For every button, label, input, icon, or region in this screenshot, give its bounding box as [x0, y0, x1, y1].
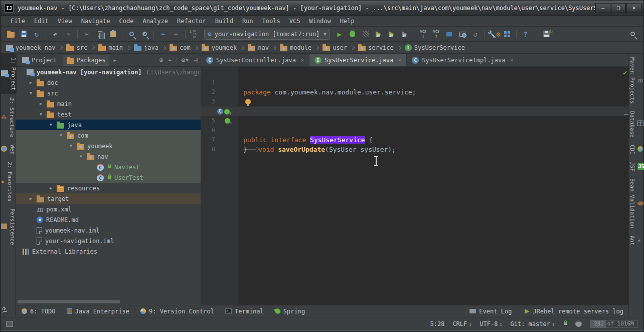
settings-icon[interactable]: 🔧⚙ — [488, 28, 501, 40]
menu-file[interactable]: File — [6, 17, 30, 26]
menu-navigate[interactable]: Navigate — [77, 17, 115, 26]
menu-run[interactable]: Run — [238, 17, 258, 26]
collapsed-arrow-icon[interactable] — [30, 196, 37, 201]
tree-row-your-navigation-iml[interactable]: your-navigation.iml — [16, 236, 201, 246]
implementations-icon[interactable]: C — [217, 108, 223, 115]
expanded-arrow-icon[interactable] — [70, 144, 77, 148]
tree-row-readme[interactable]: README.md — [16, 214, 201, 225]
tree-row-usertest[interactable]: C UserTest — [16, 172, 201, 183]
redo-icon[interactable]: ↷ — [62, 28, 75, 40]
tree-row-java[interactable]: java — [16, 120, 201, 130]
line-separator-select[interactable]: CRLF — [452, 320, 471, 327]
menu-build[interactable]: Build — [211, 17, 238, 26]
gear-icon[interactable]: ⚙▾ — [182, 56, 190, 64]
implemented-marker-icon[interactable] — [224, 109, 230, 115]
search-everywhere-icon[interactable] — [626, 28, 639, 40]
intention-bulb-icon[interactable] — [245, 99, 251, 104]
menu-refactor[interactable]: Refactor — [173, 17, 211, 26]
tool-button-cdi[interactable]: CDI — [629, 141, 643, 158]
tab-packages-view[interactable]: Packages — [63, 55, 110, 66]
coverage-icon[interactable] — [359, 28, 372, 40]
tool-button-version-control[interactable]: 9: Version Control — [140, 308, 214, 315]
undo-icon[interactable]: ↶ — [49, 28, 62, 40]
run-configuration-select[interactable]: ⚙ your-navigation [tomcat7:run] ▼ — [204, 29, 330, 40]
tree-row-resources[interactable]: resources — [16, 183, 201, 193]
copy-icon[interactable] — [93, 28, 106, 40]
minimize-button[interactable]: — — [595, 3, 610, 13]
tab-sysuserserviceimpl[interactable]: C SysUserServiceImpl.java ✕ — [407, 54, 519, 66]
breadcrumb-main[interactable]: main — [97, 44, 124, 51]
menu-view[interactable]: View — [53, 17, 77, 26]
tool-button-java-enterprise[interactable]: Java Enterprise — [67, 308, 129, 315]
breadcrumb-service[interactable]: service — [357, 44, 395, 51]
tool-button-favorites[interactable]: 2: Favorites ★ — [1, 158, 13, 205]
menu-help[interactable]: Help — [336, 17, 359, 26]
tree-row-youmeek-iml[interactable]: youmeek-nav.iml — [16, 225, 201, 236]
tool-button-project[interactable]: 1: Project — [1, 54, 17, 94]
menu-window[interactable]: Window — [304, 17, 335, 26]
breadcrumb-java[interactable]: java — [133, 44, 159, 51]
inspections-ok-icon[interactable]: ✔ — [623, 69, 627, 76]
jrebel-run-icon[interactable] — [372, 28, 385, 40]
git-branch-select[interactable]: Git: master — [510, 320, 555, 327]
menu-edit[interactable]: Edit — [30, 17, 53, 26]
tool-button-maven[interactable]: m Maven Projects — [629, 54, 642, 107]
readonly-lock-icon[interactable] — [564, 322, 567, 325]
open-icon[interactable] — [4, 28, 17, 40]
collapsed-arrow-icon[interactable] — [50, 186, 57, 190]
tool-button-web[interactable]: Web — [1, 141, 16, 158]
horizontal-scrollbar[interactable] — [18, 300, 120, 303]
tab-sysuserservice[interactable]: I SysUserService.java ✕ — [309, 54, 407, 66]
tree-row-pom[interactable]: m pom.xml — [16, 204, 201, 214]
menu-tools[interactable]: Tools — [258, 17, 285, 26]
expanded-arrow-icon[interactable] — [50, 123, 57, 127]
tool-button-spring[interactable]: Spring — [275, 308, 305, 315]
replace-icon[interactable]: A — [138, 28, 151, 40]
collapse-all-icon[interactable]: ⌁ — [168, 56, 172, 64]
vcs-update-icon[interactable]: VCS↓ — [417, 28, 430, 40]
synchronize-icon[interactable]: ↻ — [30, 28, 43, 40]
breadcrumb-youmeek[interactable]: youmeek — [201, 44, 238, 51]
save-all-icon[interactable] — [17, 28, 30, 40]
tree-row-external-libraries[interactable]: External Libraries — [16, 246, 201, 257]
tool-button-jsf[interactable]: JSF JSF — [629, 158, 644, 175]
changelist-icon[interactable] — [443, 28, 456, 40]
tree-row-com[interactable]: com — [16, 130, 201, 141]
chevron-right-icon[interactable]: ▶ — [113, 58, 116, 63]
back-icon[interactable]: ⬅ — [156, 28, 170, 40]
tree-row-nav[interactable]: nav — [16, 151, 201, 162]
tool-button-ant[interactable]: ✳ Ant — [629, 232, 641, 249]
code-editor[interactable]: 1 package com.youmeek.nav.module.user.se… — [201, 67, 629, 305]
profile-icon[interactable] — [398, 28, 411, 40]
expanded-arrow-icon[interactable] — [30, 91, 37, 95]
recent-changes-icon[interactable] — [456, 28, 469, 40]
close-icon[interactable]: ✕ — [301, 57, 304, 63]
tool-button-event-log[interactable]: Event Log — [469, 308, 512, 315]
menu-code[interactable]: Code — [115, 17, 138, 26]
collapsed-arrow-icon[interactable] — [40, 101, 47, 106]
jrebel-debug-icon[interactable] — [385, 28, 398, 40]
tree-row-target[interactable]: target — [16, 193, 201, 204]
breadcrumb-src[interactable]: src — [65, 44, 88, 51]
forward-icon[interactable]: ➡ — [170, 28, 183, 40]
tree-row-navtest[interactable]: C NavTest — [16, 162, 201, 172]
expanded-arrow-icon[interactable] — [40, 112, 47, 117]
tool-button-todo[interactable]: 6: TODO — [22, 308, 56, 315]
breadcrumb-com[interactable]: com — [169, 44, 192, 51]
help-icon[interactable]: ? — [519, 28, 532, 40]
project-structure-icon[interactable] — [501, 28, 514, 40]
line-numbers-icon[interactable]: 011001 — [188, 28, 201, 40]
encoding-select[interactable]: UTF-8 — [479, 320, 502, 327]
hector-inspections-icon[interactable] — [575, 320, 582, 327]
breadcrumb-sysuserservice[interactable]: ISysUserService — [404, 44, 466, 51]
breadcrumb-module[interactable]: module — [279, 44, 312, 51]
caret-position[interactable]: 5:28 — [430, 320, 444, 327]
maximize-button[interactable]: ❐ — [611, 3, 626, 13]
cut-icon[interactable]: ✂ — [80, 28, 93, 40]
jrebel-sync-icon[interactable]: ↻ — [540, 28, 553, 40]
tree-row-main[interactable]: main — [16, 98, 201, 109]
tool-button-jrebel-log[interactable]: JRebel remote servers log — [525, 308, 623, 315]
debug-icon[interactable] — [346, 28, 359, 40]
rollback-icon[interactable]: ↺ — [469, 28, 482, 40]
breadcrumb-nav[interactable]: nav — [247, 44, 270, 51]
